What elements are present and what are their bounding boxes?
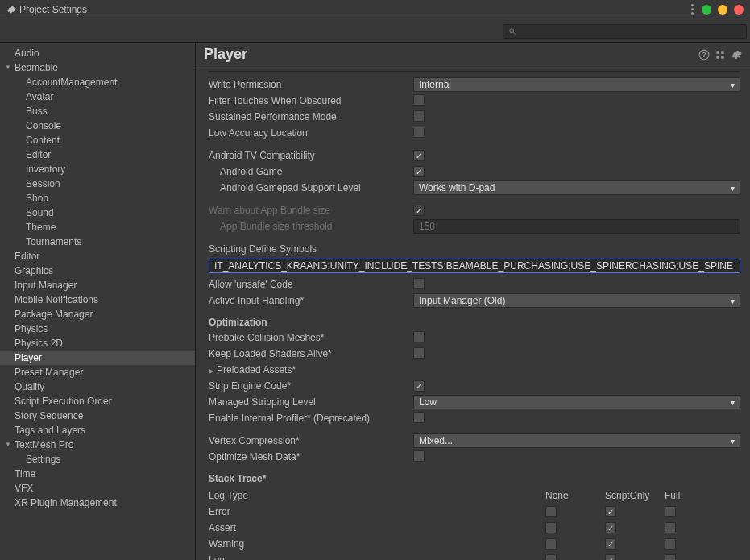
allow-unsafe-label: Allow 'unsafe' Code bbox=[209, 279, 413, 290]
strip-engine-checkbox[interactable] bbox=[413, 380, 425, 392]
active-input-label: Active Input Handling* bbox=[209, 295, 413, 306]
stack-warning-full-checkbox[interactable] bbox=[665, 538, 676, 550]
foldout-triangle-icon: ▶ bbox=[209, 367, 213, 375]
sidebar-item-content[interactable]: Content bbox=[0, 133, 195, 147]
stack-log-scriptonly-checkbox[interactable] bbox=[605, 554, 616, 560]
stack-row-label: Assert bbox=[209, 522, 545, 533]
sidebar-item-accountmanagement[interactable]: AccountManagement bbox=[0, 75, 195, 89]
stack-warning-scriptonly-checkbox[interactable] bbox=[605, 538, 616, 550]
settings-gear-icon[interactable] bbox=[731, 49, 742, 60]
main-header: Player ? bbox=[196, 43, 750, 68]
filter-touches-checkbox[interactable] bbox=[413, 94, 425, 106]
keep-shaders-checkbox[interactable] bbox=[413, 347, 425, 359]
scripting-defines-label: Scripting Define Symbols bbox=[209, 243, 317, 255]
minimize-dot[interactable] bbox=[702, 5, 711, 15]
search-icon bbox=[508, 27, 516, 35]
prebake-label: Prebake Collision Meshes* bbox=[209, 332, 413, 343]
stack-row-label: Log bbox=[209, 554, 545, 560]
svg-point-0 bbox=[510, 29, 514, 33]
sidebar-item-package-manager[interactable]: Package Manager bbox=[0, 307, 195, 321]
stack-row-assert: Assert bbox=[209, 520, 740, 536]
sidebar-item-inventory[interactable]: Inventory bbox=[0, 162, 195, 176]
internal-profiler-checkbox[interactable] bbox=[413, 412, 425, 423]
android-game-label: Android Game bbox=[209, 166, 413, 177]
write-permission-dropdown[interactable]: Internal bbox=[413, 77, 740, 92]
allow-unsafe-checkbox[interactable] bbox=[413, 278, 425, 289]
android-tv-checkbox[interactable] bbox=[413, 150, 425, 161]
sidebar-item-textmesh-pro[interactable]: TextMesh Pro bbox=[0, 438, 195, 452]
prebake-checkbox[interactable] bbox=[413, 331, 425, 342]
sidebar-item-quality[interactable]: Quality bbox=[0, 380, 195, 394]
sidebar-item-physics-2d[interactable]: Physics 2D bbox=[0, 336, 195, 351]
gamepad-support-label: Android Gamepad Support Level bbox=[209, 182, 413, 193]
sidebar-item-input-manager[interactable]: Input Manager bbox=[0, 278, 195, 292]
sidebar-item-settings[interactable]: Settings bbox=[0, 452, 195, 467]
scripting-defines-input[interactable]: IT_ANALYTICS_KRAANG;UNITY_INCLUDE_TESTS;… bbox=[209, 259, 740, 273]
sidebar-item-editor[interactable]: Editor bbox=[0, 249, 195, 263]
preset-icon[interactable] bbox=[715, 49, 726, 60]
sidebar-item-player[interactable]: Player bbox=[0, 351, 195, 365]
sidebar-item-story-sequence[interactable]: Story Sequence bbox=[0, 409, 195, 423]
page-title: Player bbox=[204, 46, 694, 63]
preloaded-assets-row[interactable]: ▶Preloaded Assets* bbox=[209, 362, 740, 378]
warn-bundle-checkbox bbox=[413, 205, 425, 216]
optimize-mesh-label: Optimize Mesh Data* bbox=[209, 451, 413, 463]
managed-strip-dropdown[interactable]: Low bbox=[413, 395, 740, 409]
sidebar-item-shop[interactable]: Shop bbox=[0, 191, 195, 205]
keep-shaders-label: Keep Loaded Shaders Alive* bbox=[209, 348, 413, 359]
sidebar-item-xr-plugin-management[interactable]: XR Plugin Management bbox=[0, 496, 195, 510]
svg-rect-6 bbox=[716, 56, 719, 59]
sidebar-item-time[interactable]: Time bbox=[0, 467, 195, 481]
sidebar-item-mobile-notifications[interactable]: Mobile Notifications bbox=[0, 292, 195, 307]
sidebar-item-audio[interactable]: Audio bbox=[0, 46, 195, 60]
stack-error-full-checkbox[interactable] bbox=[665, 506, 676, 517]
sidebar-item-tags-and-layers[interactable]: Tags and Layers bbox=[0, 423, 195, 438]
optimization-header: Optimization bbox=[209, 317, 740, 328]
optimize-mesh-checkbox[interactable] bbox=[413, 450, 425, 462]
low-accuracy-checkbox[interactable] bbox=[413, 127, 425, 138]
vertex-compression-dropdown[interactable]: Mixed... bbox=[413, 433, 740, 448]
sidebar-item-preset-manager[interactable]: Preset Manager bbox=[0, 365, 195, 380]
stack-logtype-header: Log Type bbox=[209, 490, 545, 501]
stack-assert-scriptonly-checkbox[interactable] bbox=[605, 522, 616, 533]
stack-error-scriptonly-checkbox[interactable] bbox=[605, 506, 616, 517]
sidebar-item-avatar[interactable]: Avatar bbox=[0, 89, 195, 104]
svg-text:?: ? bbox=[702, 51, 706, 58]
stack-row-log: Log bbox=[209, 552, 740, 560]
sidebar-item-script-execution-order[interactable]: Script Execution Order bbox=[0, 394, 195, 409]
more-icon[interactable] bbox=[691, 4, 694, 15]
sidebar-item-theme[interactable]: Theme bbox=[0, 220, 195, 234]
sidebar-item-session[interactable]: Session bbox=[0, 176, 195, 191]
stacktrace-table: Log Type None ScriptOnly Full ErrorAsser… bbox=[209, 487, 740, 560]
active-input-dropdown[interactable]: Input Manager (Old) bbox=[413, 293, 740, 308]
sidebar-item-physics[interactable]: Physics bbox=[0, 321, 195, 336]
help-icon[interactable]: ? bbox=[698, 49, 710, 60]
player-settings-panel: Write Permission Internal Filter Touches… bbox=[196, 72, 750, 560]
maximize-dot[interactable] bbox=[718, 5, 727, 15]
sidebar-item-editor[interactable]: Editor bbox=[0, 147, 195, 162]
stack-log-full-checkbox[interactable] bbox=[665, 554, 676, 560]
stack-error-none-checkbox[interactable] bbox=[545, 506, 557, 517]
sidebar-item-graphics[interactable]: Graphics bbox=[0, 263, 195, 278]
close-dot[interactable] bbox=[734, 5, 744, 15]
sidebar-item-sound[interactable]: Sound bbox=[0, 205, 195, 220]
sidebar-item-vfx[interactable]: VFX bbox=[0, 481, 195, 496]
stack-log-none-checkbox[interactable] bbox=[545, 554, 557, 560]
svg-line-1 bbox=[513, 32, 516, 35]
stack-warning-none-checkbox[interactable] bbox=[545, 538, 557, 550]
search-input[interactable] bbox=[503, 24, 747, 39]
stack-assert-full-checkbox[interactable] bbox=[665, 522, 676, 533]
stacktrace-header: Stack Trace* bbox=[209, 473, 740, 484]
sustained-perf-checkbox[interactable] bbox=[413, 110, 425, 122]
sidebar-item-console[interactable]: Console bbox=[0, 118, 195, 133]
android-game-checkbox[interactable] bbox=[413, 166, 425, 177]
gamepad-support-dropdown[interactable]: Works with D-pad bbox=[413, 180, 740, 195]
sidebar-item-buss[interactable]: Buss bbox=[0, 104, 195, 118]
stack-row-error: Error bbox=[209, 504, 740, 520]
window-title: Project Settings bbox=[19, 4, 87, 15]
sidebar-item-tournaments[interactable]: Tournaments bbox=[0, 234, 195, 249]
write-permission-row: Write Permission Internal bbox=[209, 77, 740, 93]
toolbar bbox=[0, 19, 750, 43]
sidebar-item-beamable[interactable]: Beamable bbox=[0, 60, 195, 75]
stack-assert-none-checkbox[interactable] bbox=[545, 522, 557, 533]
